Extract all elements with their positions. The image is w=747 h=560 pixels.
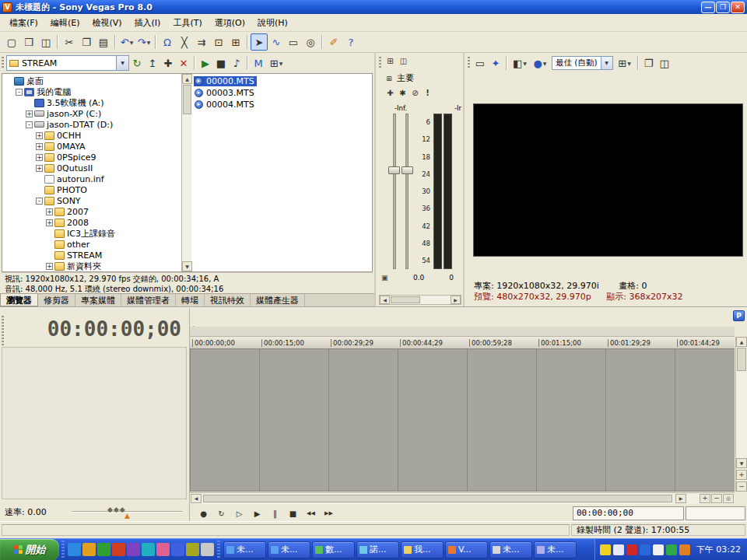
quality-select-arrow-icon[interactable]: ▼ [601,57,612,69]
quicklaunch-icon[interactable] [68,543,81,556]
address-dropdown-icon[interactable]: ▼ [116,56,128,70]
tab-project-media[interactable]: 專案媒體 [75,294,121,306]
tree-expander[interactable]: + [46,208,53,215]
normal-edit-tool-icon[interactable]: ➤ [251,33,268,51]
tree-item[interactable]: +0QutusII [2,163,181,173]
taskbar-window-button[interactable]: 未... [489,541,532,558]
taskbar-window-button[interactable]: 未... [223,541,266,558]
taskbar-window-button[interactable]: V... [445,541,488,558]
scroll-thumb[interactable] [391,296,420,303]
timeline-vertical-scrollbar[interactable]: ▲ ▼ + − [735,337,747,492]
address-combo[interactable]: STREAM ▼ [6,55,129,71]
split-screen-view-icon[interactable]: ◧▼ [510,55,530,71]
up-one-level-icon[interactable]: ↥ [145,55,160,71]
preview-quality-icon[interactable]: ●▼ [530,55,550,71]
display-settings-icon[interactable] [679,544,690,555]
tree-item[interactable]: 桌面 [2,75,181,86]
time-ruler[interactable]: 00:00:00;00 00:00:15;00 00:00:29;29 00:0… [190,337,735,349]
scroll-thumb[interactable] [737,348,746,371]
ignore-event-grouping-icon[interactable]: ⊞ [227,33,244,51]
menu-edit[interactable]: 編輯(E) [44,15,86,31]
quicklaunch-icon[interactable] [186,543,199,556]
tree-expander[interactable]: - [36,198,43,205]
tree-item[interactable]: autorun.inf [2,173,181,184]
scroll-left-icon[interactable]: ◀ [191,494,202,503]
tree-item[interactable]: -我的電腦 [2,86,181,97]
scroll-right-icon[interactable]: ▶ [451,296,461,304]
new-folder-icon[interactable]: ✚ [160,55,176,71]
tree-expander[interactable]: + [46,263,53,270]
stop-button[interactable]: ■ [284,506,302,521]
tree-expander[interactable]: + [26,110,33,117]
volume-icon[interactable] [653,544,664,555]
tree-item[interactable]: +0MAYA [2,141,181,152]
quicklaunch-icon[interactable] [156,543,170,556]
play-from-start-button[interactable]: ▷ [230,506,248,521]
menu-insert[interactable]: 插入(I) [128,15,167,31]
solo-icon[interactable]: ! [422,87,433,99]
folder-tree[interactable]: 桌面 -我的電腦 3.5軟碟機 (A:) +jason-XP (C:) -jas… [2,74,181,271]
paste-icon[interactable]: ▤ [95,33,112,51]
tree-item[interactable]: 3.5軟碟機 (A:) [2,97,181,108]
delete-icon[interactable]: ✕ [176,55,191,71]
volume-fader-handle[interactable] [388,166,400,174]
quicklaunch-icon[interactable] [82,543,96,556]
track-list-empty-area[interactable] [2,347,187,499]
selection-edit-tool-icon[interactable]: ▭ [285,33,302,51]
menu-help[interactable]: 說明(H) [251,15,294,31]
file-item[interactable]: ▸00003.MTS [194,88,257,98]
taskbar-window-button[interactable]: 未... [534,541,577,558]
copy-snapshot-icon[interactable]: ❐ [641,55,657,71]
interactive-tutorials-icon[interactable]: ✐ [325,33,342,51]
marker-tool-icon[interactable]: P [733,310,745,321]
zoom-in-track-icon[interactable]: + [736,470,747,480]
tree-item[interactable]: +2008 [2,217,181,228]
auto-ripple-icon[interactable]: ⇉ [193,33,210,51]
master-bus-icon[interactable]: ⊞ [384,74,394,83]
meter-lock-icon[interactable]: ▣ [381,274,388,282]
save-icon[interactable]: ◫ [37,33,54,51]
tree-item[interactable]: -SONY [2,195,181,206]
media-manager-icon[interactable]: M [251,55,266,71]
marker-bar[interactable] [190,327,735,337]
transport-time-display[interactable]: 00:00:00;00 [573,506,684,520]
go-to-end-button[interactable]: ▶▶ [320,506,338,521]
language-bar-icon[interactable] [613,544,624,555]
rate-slider-pointer[interactable]: ▲ [124,512,130,520]
whats-this-help-icon[interactable]: ? [342,33,359,51]
update-icon[interactable] [666,544,677,555]
tab-transitions[interactable]: 轉場 [176,294,205,306]
tree-expander[interactable]: + [36,143,43,150]
tree-expander[interactable]: + [36,165,43,172]
tree-item[interactable]: -jason-DTAT (D:) [2,119,181,130]
enable-snapping-icon[interactable]: Ω [159,33,176,51]
antivirus-icon[interactable] [626,544,637,555]
quicklaunch-icon[interactable] [142,543,155,556]
tree-item[interactable]: STREAM [2,250,181,261]
scroll-thumb[interactable] [183,85,191,114]
menu-options[interactable]: 選項(O) [209,15,251,31]
scroll-down-icon[interactable]: ▼ [736,458,747,468]
volume-fader-handle[interactable] [402,166,413,174]
quicklaunch-icon[interactable] [201,543,214,556]
tab-video-fx[interactable]: 視訊特效 [205,294,251,306]
tree-item[interactable]: PHOTO [2,184,181,195]
fader-track[interactable] [405,114,409,269]
auto-crossfades-icon[interactable]: ╳ [176,33,193,51]
file-row[interactable]: ▸00003.MTS [191,87,372,99]
tab-trimmer[interactable]: 修剪器 [38,294,75,306]
insert-bus-icon[interactable]: ⊞ [384,55,396,67]
refresh-icon[interactable]: ↻ [129,55,145,71]
tree-expander[interactable]: + [36,132,43,139]
close-button[interactable]: ✕ [731,2,745,13]
start-button[interactable]: 開始 [0,539,59,560]
auto-preview-icon[interactable]: ♪ [229,55,244,71]
tree-item[interactable]: +0CHH [2,130,181,141]
bus-properties-icon[interactable]: ✱ [397,87,409,99]
timeline-horizontal-scrollbar[interactable]: ◀ ▶ + − ◎ [190,492,735,504]
tree-item[interactable]: +jason-XP (C:) [2,108,181,119]
file-list[interactable]: ▸00000.MTS ▸00003.MTS ▸00004.MTS [191,74,372,271]
zoom-tool-icon[interactable]: ◎ [723,494,734,503]
file-selected[interactable]: ▸00000.MTS [194,76,257,86]
record-button[interactable]: ● [195,506,212,521]
